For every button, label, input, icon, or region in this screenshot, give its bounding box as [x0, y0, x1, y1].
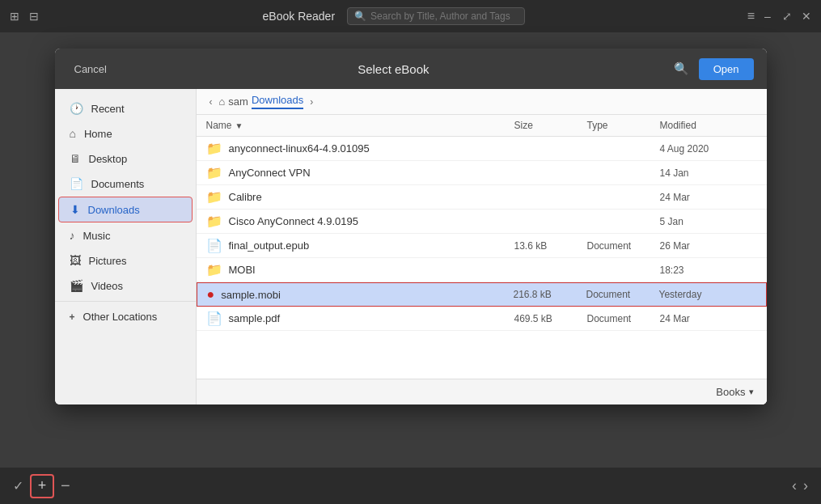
- file-name: Calibre: [229, 191, 262, 203]
- bottom-right: ‹ ›: [792, 477, 808, 494]
- col-size-header: Size: [514, 120, 587, 131]
- table-row[interactable]: 📁 Cisco AnyConnect 4.9.0195 5 Jan: [197, 210, 767, 234]
- table-row[interactable]: 📁 Calibre 24 Mar: [197, 185, 767, 210]
- sidebar: 🕐 Recent ⌂ Home 🖥 Desktop 📄 Documents: [55, 89, 197, 404]
- bottom-bar: ✓ + − ‹ ›: [0, 468, 821, 504]
- col-name-header[interactable]: Name ▼: [206, 120, 514, 131]
- table-row-selected[interactable]: ● sample.mobi 216.8 kB Document Yesterda…: [197, 282, 767, 307]
- file-modified: 26 Mar: [660, 240, 757, 252]
- search-placeholder: Search by Title, Author and Tags: [370, 11, 510, 22]
- add-button[interactable]: +: [30, 474, 54, 498]
- search-bar[interactable]: 🔍 Search by Title, Author and Tags: [347, 7, 525, 25]
- sidebar-item-other-locations[interactable]: + Other Locations: [58, 305, 193, 328]
- table-row[interactable]: 📁 MOBI 18:23: [197, 258, 767, 282]
- sidebar-divider: [55, 301, 196, 302]
- search-icon: 🔍: [354, 11, 366, 22]
- file-modified: 24 Mar: [660, 313, 757, 324]
- file-name-cell: 📁 MOBI: [206, 262, 514, 277]
- file-name-cell: 📁 Cisco AnyConnect 4.9.0195: [206, 214, 514, 229]
- file-name: sample.pdf: [229, 312, 281, 324]
- sidebar-label-music: Music: [83, 230, 111, 242]
- file-size: 216.8 kB: [514, 289, 586, 300]
- dialog-search-icon[interactable]: 🔍: [674, 61, 689, 76]
- sidebar-label-home: Home: [84, 128, 112, 140]
- bottom-left: ✓ + −: [13, 474, 70, 498]
- music-icon: ♪: [70, 229, 75, 242]
- footer-filter-label: Books: [716, 386, 745, 398]
- breadcrumb-forward[interactable]: ›: [307, 95, 316, 109]
- restore-button[interactable]: ⤢: [781, 10, 793, 23]
- app-title: eBook Reader: [263, 10, 336, 23]
- sidebar-item-recent[interactable]: 🕐 Recent: [58, 96, 193, 121]
- sidebar-item-documents[interactable]: 📄 Documents: [58, 172, 193, 196]
- file-name-cell: 📁 anyconnect-linux64-4.9.01095: [206, 141, 514, 156]
- apps-icon[interactable]: ⊞: [8, 10, 21, 23]
- file-size: 13.6 kB: [514, 240, 587, 252]
- file-name-cell: 📄 final_output.epub: [206, 238, 514, 253]
- table-header: Name ▼ Size Type Modified: [197, 115, 767, 137]
- dialog-body: 🕐 Recent ⌂ Home 🖥 Desktop 📄 Documents: [55, 89, 767, 404]
- file-name: final_output.epub: [229, 239, 310, 252]
- file-name: sample.mobi: [221, 289, 281, 301]
- file-modified: 18:23: [660, 265, 757, 276]
- app-area: Cancel Select eBook 🔍 Open 🕐 Recent ⌂ Ho…: [0, 32, 821, 421]
- minus-button[interactable]: −: [61, 476, 70, 495]
- file-name-cell: 📁 Calibre: [206, 189, 514, 205]
- file-type: Document: [587, 240, 660, 252]
- breadcrumb-back[interactable]: ‹: [206, 95, 216, 109]
- sort-icon: ▼: [235, 121, 243, 130]
- table-row[interactable]: 📄 final_output.epub 13.6 kB Document 26 …: [197, 234, 767, 258]
- folder-icon: 📁: [206, 141, 222, 156]
- minimize-button[interactable]: –: [761, 10, 774, 23]
- breadcrumb-home-icon: ⌂: [219, 95, 226, 108]
- folder-icon: 📁: [206, 165, 222, 180]
- footer-filter-dropdown[interactable]: Books ▾: [716, 386, 753, 398]
- file-modified: 14 Jan: [660, 167, 757, 179]
- desktop-icon: 🖥: [70, 152, 81, 165]
- file-dialog: Cancel Select eBook 🔍 Open 🕐 Recent ⌂ Ho…: [55, 49, 767, 404]
- file-type: Document: [586, 289, 659, 300]
- sidebar-label-other-locations: Other Locations: [83, 311, 158, 323]
- menu-icon[interactable]: ≡: [747, 9, 755, 23]
- table-row[interactable]: 📁 anyconnect-linux64-4.9.01095 4 Aug 202…: [197, 137, 767, 161]
- nav-back-button[interactable]: ‹: [792, 477, 797, 494]
- sidebar-item-music[interactable]: ♪ Music: [58, 223, 193, 248]
- file-name: AnyConnect VPN: [229, 167, 311, 179]
- folder-icon: 📁: [206, 262, 222, 277]
- close-button[interactable]: ✕: [800, 10, 813, 23]
- dropdown-arrow-icon: ▾: [749, 387, 754, 397]
- recent-icon: 🕐: [70, 102, 83, 115]
- epub-icon: 📄: [206, 238, 222, 253]
- dialog-footer: Books ▾: [197, 379, 767, 404]
- sidebar-item-pictures[interactable]: 🖼 Pictures: [58, 248, 193, 273]
- file-list: 📁 anyconnect-linux64-4.9.01095 4 Aug 202…: [197, 137, 767, 379]
- folder-icon: 📁: [206, 214, 222, 229]
- file-modified: 4 Aug 2020: [660, 143, 757, 155]
- col-modified-header: Modified: [660, 120, 757, 131]
- table-row[interactable]: 📁 AnyConnect VPN 14 Jan: [197, 161, 767, 185]
- cancel-button[interactable]: Cancel: [68, 60, 113, 78]
- mobi-icon: ●: [207, 287, 215, 302]
- sidebar-label-desktop: Desktop: [89, 153, 128, 165]
- breadcrumb-parent: sam: [228, 95, 248, 108]
- folder-icon: 📁: [206, 189, 222, 205]
- sidebar-label-pictures: Pictures: [89, 255, 127, 267]
- sidebar-label-videos: Videos: [91, 280, 124, 292]
- breadcrumb-home[interactable]: ⌂ sam: [219, 95, 248, 108]
- sidebar-item-videos[interactable]: 🎬 Videos: [58, 273, 193, 298]
- sidebar-item-downloads[interactable]: ⬇ Downloads: [58, 197, 193, 222]
- documents-icon: 📄: [70, 177, 83, 190]
- file-name: anyconnect-linux64-4.9.01095: [229, 142, 370, 155]
- breadcrumb-current[interactable]: Downloads: [252, 94, 303, 109]
- open-button[interactable]: Open: [699, 58, 754, 80]
- table-row[interactable]: 📄 sample.pdf 469.5 kB Document 24 Mar: [197, 307, 767, 331]
- check-icon: ✓: [13, 478, 23, 493]
- sidebar-item-home[interactable]: ⌂ Home: [58, 121, 193, 146]
- file-name-cell: 📄 sample.pdf: [206, 311, 514, 326]
- titlebar: ⊞ ⊟ eBook Reader 🔍 Search by Title, Auth…: [0, 0, 821, 32]
- file-size: 469.5 kB: [514, 313, 587, 324]
- sidebar-label-downloads: Downloads: [88, 204, 140, 216]
- sidebar-item-desktop[interactable]: 🖥 Desktop: [58, 146, 193, 171]
- grid-icon[interactable]: ⊟: [28, 10, 40, 23]
- nav-forward-button[interactable]: ›: [803, 477, 808, 494]
